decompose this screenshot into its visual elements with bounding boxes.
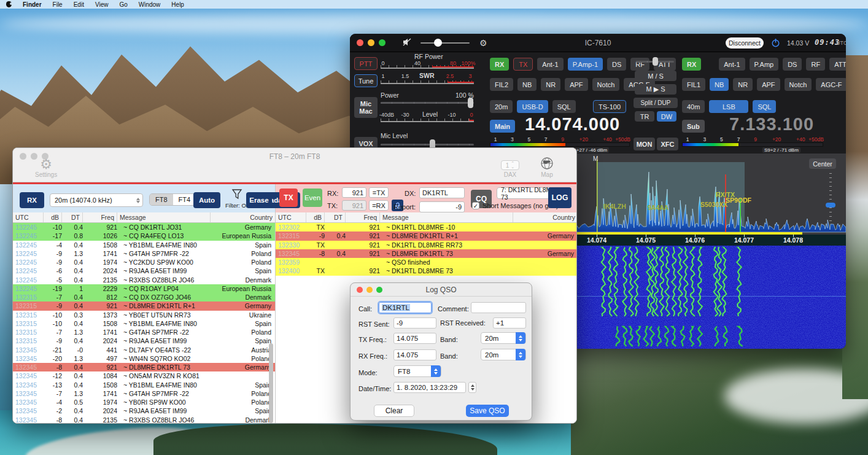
- dx-field[interactable]: DK1RTL: [419, 187, 465, 198]
- sub-agc-button[interactable]: AGC-F: [816, 78, 846, 91]
- col-dt[interactable]: DT: [325, 212, 346, 222]
- mic-level-slider[interactable]: [381, 144, 474, 146]
- main-sql-button[interactable]: SQL: [552, 100, 576, 113]
- col-utc[interactable]: UTC: [276, 212, 306, 222]
- sub-att-button[interactable]: ATT: [829, 58, 846, 71]
- ptt-button[interactable]: PTT: [354, 57, 378, 70]
- main-ant-button[interactable]: Ant-1: [537, 58, 563, 71]
- decode-row[interactable]: 132245-100.4921~ CQ DK1RTL JO31Germany: [13, 223, 275, 231]
- main-mode-button[interactable]: USB-D: [517, 100, 548, 113]
- eq-rx-button[interactable]: =RX: [369, 200, 389, 211]
- save-qso-button[interactable]: Save QSO: [466, 405, 509, 417]
- decode-row[interactable]: 132345-71.31741~ G4TAH SP7MFR -22Poland: [13, 389, 275, 398]
- sub-nb-button[interactable]: NB: [710, 78, 729, 91]
- rx-offset-field[interactable]: 921: [342, 187, 366, 198]
- main-ts-button[interactable]: TS-100: [593, 100, 626, 113]
- decode-row[interactable]: 132315-90.42024~ R9JAA EA5ET IM99Spain: [13, 336, 275, 345]
- sub-fil-button[interactable]: FIL1: [682, 78, 705, 91]
- menu-help[interactable]: Help: [171, 1, 184, 8]
- settings-button[interactable]: ⚙ Settings: [35, 158, 57, 178]
- main-tx-button[interactable]: TX: [513, 58, 533, 71]
- menu-file[interactable]: File: [53, 1, 63, 8]
- tab-ft8[interactable]: FT8: [150, 194, 173, 205]
- decode-row[interactable]: 132315-70.4812~ CQ DX OZ7GO JO46Denmark: [13, 293, 275, 301]
- main-fil-button[interactable]: FIL2: [490, 78, 513, 91]
- gear-icon[interactable]: ⚙: [479, 38, 487, 48]
- decode-row[interactable]: 132245-40.41508~ YB1BML EA4FME IN80Spain: [13, 241, 275, 249]
- sub-rx-button[interactable]: RX: [682, 58, 701, 71]
- panadapter-slider[interactable]: [829, 173, 832, 222]
- decode-row[interactable]: 132345-80.4921~ DL8MRE DK1RTL 73Germany: [276, 249, 577, 258]
- sub-rf-button[interactable]: RF: [806, 58, 825, 71]
- menu-window[interactable]: Window: [139, 1, 161, 8]
- col-freq[interactable]: Freq: [83, 212, 117, 222]
- menu-edit[interactable]: Edit: [74, 1, 84, 8]
- decode-row[interactable]: 132245-90.41974~ YC2KDU SP9W KO00Poland: [13, 258, 275, 266]
- decode-row[interactable]: 132400TX921~ DK1RTL DL8MRE 73: [276, 266, 577, 275]
- menu-finder[interactable]: Finder: [23, 1, 42, 8]
- decode-row[interactable]: 132330TX921~ DK1RTL DL8MRE RR73: [276, 241, 577, 249]
- apple-menu-icon[interactable]: [6, 1, 12, 7]
- tr-button[interactable]: TR: [635, 111, 654, 122]
- decode-row[interactable]: 132245-60.42024~ R9JAA EA5ET IM99Spain: [13, 266, 275, 275]
- main-rx-button[interactable]: RX: [490, 58, 509, 71]
- tx-freq-field[interactable]: 14.075: [393, 333, 436, 344]
- sub-frequency[interactable]: 7.133.100: [729, 114, 814, 134]
- sub-ds-button[interactable]: DS: [783, 58, 802, 71]
- decode-row[interactable]: 132302TX921~ DK1RTL DL8MRE -10: [276, 223, 577, 231]
- menu-view[interactable]: View: [95, 1, 109, 8]
- col-message[interactable]: Message: [380, 212, 513, 222]
- main-notch-button[interactable]: Notch: [592, 78, 620, 91]
- decode-row[interactable]: 132245-50.42135~ R3XBS OZ8BLR JO46Denmar…: [13, 276, 275, 284]
- decode-row[interactable]: 132345-80.42135~ R3XBS OZ8BLR JO46Denmar…: [13, 416, 275, 424]
- volume-slider[interactable]: [420, 42, 470, 44]
- decode-row[interactable]: 132245-170.81026~ CQ RA4FEQ LO13European…: [13, 231, 275, 240]
- sub-nr-button[interactable]: NR: [733, 78, 753, 91]
- sub-ant-button[interactable]: Ant-1: [719, 58, 745, 71]
- menu-go[interactable]: Go: [119, 1, 127, 8]
- minimize-button[interactable]: [366, 287, 373, 293]
- band-select[interactable]: 20m: [481, 332, 526, 344]
- decode-row[interactable]: 132345-21-0441~ DL7AFY OE4ATS -22Austria: [13, 346, 275, 354]
- tx-offset-field[interactable]: 921: [342, 200, 366, 211]
- col-country[interactable]: Country: [513, 212, 577, 222]
- sub-sql-button[interactable]: SQL: [753, 100, 776, 113]
- panadapter-slider-knob[interactable]: [826, 203, 835, 208]
- eq-tx-button[interactable]: =TX: [369, 187, 389, 198]
- decode-row[interactable]: 132345-80.4921~ DL8MRE DK1RTL 73Germany: [13, 363, 275, 371]
- dax-control[interactable]: 1⌃⌄ DAX: [492, 160, 529, 178]
- rx-freq-field[interactable]: 14.075: [393, 349, 436, 360]
- decode-row[interactable]: 132315-100.31373~ YB0ET UT5UN RR73Ukrain…: [13, 311, 275, 319]
- balance-slider[interactable]: [636, 61, 674, 63]
- zoom-button[interactable]: [376, 287, 382, 293]
- decode-row[interactable]: 132345-201.3497~ WN4N SQ7RO KO02Poland: [13, 354, 275, 363]
- mode-select[interactable]: FT8: [393, 365, 441, 377]
- main-nb-button[interactable]: NB: [517, 78, 537, 91]
- disconnect-button[interactable]: Disconnect: [726, 37, 764, 49]
- dw-button[interactable]: DW: [657, 111, 676, 122]
- rx-button[interactable]: RX: [20, 192, 44, 208]
- decode-row[interactable]: 132245-1912229~ CQ R1OAY LP04European Ru…: [13, 284, 275, 293]
- clear-button[interactable]: Clear: [374, 405, 414, 417]
- main-vfo-button[interactable]: Main: [490, 120, 515, 133]
- decode-row[interactable]: 132245-91.31741~ G4TAH SP7MFR -22Poland: [13, 249, 275, 258]
- power-slider-knob[interactable]: [468, 98, 473, 108]
- band-select[interactable]: 20m (14074.0 kHz): [50, 193, 143, 207]
- even-button[interactable]: Even: [303, 189, 322, 207]
- close-button[interactable]: [20, 153, 26, 160]
- main-band-button[interactable]: 20m: [490, 100, 513, 113]
- erase-button[interactable]: Erase: [246, 192, 272, 208]
- sub-pamp-button[interactable]: P.Amp: [750, 58, 779, 71]
- map-button[interactable]: Map: [533, 157, 560, 178]
- ms-button[interactable]: M / S: [635, 71, 676, 81]
- log-button[interactable]: LOG: [548, 187, 572, 208]
- split-dup-button[interactable]: Split / DUP: [634, 98, 678, 108]
- main-ds-button[interactable]: DS: [607, 58, 626, 71]
- col-freq[interactable]: Freq: [346, 212, 380, 222]
- report-field[interactable]: -9: [419, 201, 465, 212]
- col-utc[interactable]: UTC: [13, 212, 44, 222]
- tune-button[interactable]: Tune: [354, 74, 378, 87]
- mon-button[interactable]: MON: [634, 138, 655, 150]
- main-nr-button[interactable]: NR: [541, 78, 560, 91]
- sub-apf-button[interactable]: APF: [757, 78, 780, 91]
